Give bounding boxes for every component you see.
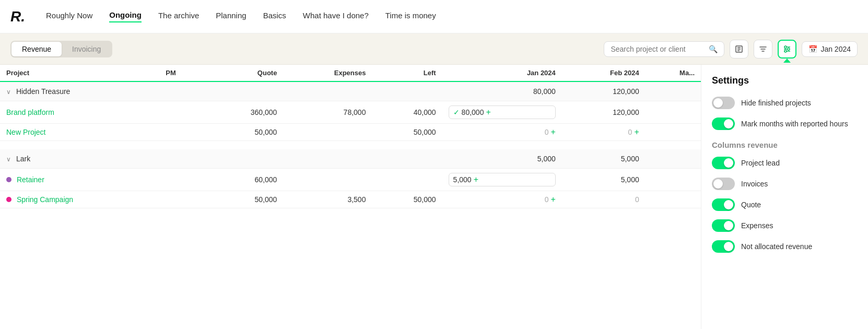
setting-mark-label: Mark months with reported hours xyxy=(741,120,848,128)
chevron-icon: ∨ xyxy=(6,156,11,163)
setting-project-lead: Project lead xyxy=(712,157,858,169)
logo: R. xyxy=(10,8,25,25)
project-brand-platform[interactable]: Brand platform xyxy=(0,101,159,124)
toolbar: Revenue Invoicing 🔍 📅 Jan 2024 xyxy=(0,33,868,65)
nav-archive[interactable]: The archive xyxy=(158,11,199,22)
left-cell: 40,000 xyxy=(372,101,442,124)
quote-cell: 60,000 xyxy=(205,169,284,191)
settings-button[interactable] xyxy=(778,40,796,58)
tab-revenue[interactable]: Revenue xyxy=(11,42,62,56)
col-feb2024: Feb 2024 xyxy=(562,65,646,81)
add-icon[interactable]: + xyxy=(634,128,639,136)
group-jan: 5,000 xyxy=(442,149,562,169)
pm-cell xyxy=(159,124,205,141)
nav-time-money[interactable]: Time is money xyxy=(385,11,436,22)
feb-cell: 5,000 xyxy=(562,169,646,191)
expenses-cell xyxy=(283,169,372,191)
group-lark: ∨ Lark 5,000 5,000 xyxy=(0,149,701,169)
top-nav: R. Roughly Now Ongoing The archive Plann… xyxy=(0,0,868,33)
col-left: Left xyxy=(372,65,442,81)
setting-hide-label: Hide finished projects xyxy=(741,99,811,107)
left-cell: 50,000 xyxy=(372,191,442,208)
col-project: Project xyxy=(0,65,159,81)
svg-point-7 xyxy=(784,46,787,48)
col-pm: PM xyxy=(159,65,205,81)
expenses-cell: 3,500 xyxy=(283,191,372,208)
group-feb: 120,000 xyxy=(562,81,646,101)
tab-group: Revenue Invoicing xyxy=(10,41,112,57)
toggle-project-lead[interactable] xyxy=(712,157,735,169)
col-expenses: Expenses xyxy=(283,65,372,81)
toggle-not-allocated[interactable] xyxy=(712,240,735,253)
columns-section-title: Columns revenue xyxy=(712,140,858,149)
export-button[interactable] xyxy=(730,40,748,58)
date-label: Jan 2024 xyxy=(820,45,851,53)
add-icon[interactable]: + xyxy=(486,108,490,116)
col-quote: Quote xyxy=(205,65,284,81)
setting-not-allocated: Not allocated revenue xyxy=(712,240,858,253)
tab-invoicing[interactable]: Invoicing xyxy=(62,42,111,56)
toggle-hide-finished[interactable] xyxy=(712,97,735,109)
jan-value-box[interactable]: 5,000 + xyxy=(449,173,556,186)
dot-purple xyxy=(6,177,11,182)
nav-what-done[interactable]: What have I done? xyxy=(303,11,369,22)
toggle-expenses[interactable] xyxy=(712,219,735,232)
col-mar2024: Ma... xyxy=(646,65,701,81)
group-hidden-treasure: ∨ Hidden Treasure 80,000 120,000 xyxy=(0,81,701,101)
pm-cell xyxy=(159,169,205,191)
spacer-row xyxy=(0,141,701,150)
toggle-mark-months[interactable] xyxy=(712,118,735,130)
table-row: Brand platform 360,000 78,000 40,000 ✓ 8… xyxy=(0,101,701,124)
jan-cell: 5,000 + xyxy=(442,169,562,191)
jan-value: 80,000 xyxy=(462,108,484,116)
setting-expenses: Expenses xyxy=(712,219,858,232)
filter-button[interactable] xyxy=(754,40,772,58)
project-new[interactable]: New Project xyxy=(0,124,159,141)
table-row: New Project 50,000 50,000 0 + 0 xyxy=(0,124,701,141)
quote-cell: 360,000 xyxy=(205,101,284,124)
add-icon[interactable]: + xyxy=(474,175,478,184)
nav-basics[interactable]: Basics xyxy=(263,11,286,22)
toggle-quote[interactable] xyxy=(712,198,735,211)
date-display[interactable]: 📅 Jan 2024 xyxy=(802,41,858,57)
pm-cell xyxy=(159,191,205,208)
table-row: Spring Campaign 50,000 3,500 50,000 0 + xyxy=(0,191,701,208)
expenses-cell: 78,000 xyxy=(283,101,372,124)
setting-quote: Quote xyxy=(712,198,858,211)
nav-ongoing[interactable]: Ongoing xyxy=(109,10,142,22)
setting-mark-months: Mark months with reported hours xyxy=(712,118,858,130)
table-row: Retainer 60,000 5,000 + 5,000 xyxy=(0,169,701,191)
search-icon: 🔍 xyxy=(709,45,718,53)
jan-cell: 0 + xyxy=(442,124,562,141)
setting-invoices: Invoices xyxy=(712,178,858,190)
settings-title: Settings xyxy=(712,75,858,86)
col-not-allocated-label: Not allocated revenue xyxy=(741,242,812,251)
expenses-cell xyxy=(283,124,372,141)
nav-planning[interactable]: Planning xyxy=(216,11,246,22)
main-table: Project PM Quote Expenses Left Jan 2024 … xyxy=(0,65,701,329)
project-retainer[interactable]: Retainer xyxy=(0,169,159,191)
chevron-icon: ∨ xyxy=(6,88,11,96)
jan-cell: ✓ 80,000 + xyxy=(442,101,562,124)
add-icon[interactable]: + xyxy=(550,128,555,136)
nav-roughly-now[interactable]: Roughly Now xyxy=(46,11,92,22)
jan-cell: 0 + xyxy=(442,191,562,208)
add-icon[interactable]: + xyxy=(550,195,555,204)
left-cell xyxy=(372,169,442,191)
col-quote-label: Quote xyxy=(741,201,761,209)
jan-value: 5,000 xyxy=(453,175,472,184)
jan-value-box[interactable]: ✓ 80,000 + xyxy=(449,105,556,119)
search-input[interactable] xyxy=(611,45,705,53)
setting-hide-finished: Hide finished projects xyxy=(712,97,858,109)
quote-cell: 50,000 xyxy=(205,124,284,141)
calendar-icon: 📅 xyxy=(808,45,817,53)
pm-cell xyxy=(159,101,205,124)
svg-point-8 xyxy=(788,48,790,50)
main-content: Project PM Quote Expenses Left Jan 2024 … xyxy=(0,65,868,329)
search-box: 🔍 xyxy=(604,41,724,57)
toggle-invoices[interactable] xyxy=(712,178,735,190)
settings-panel: Settings Hide finished projects Mark mon… xyxy=(701,65,868,329)
project-spring[interactable]: Spring Campaign xyxy=(0,191,159,208)
svg-point-9 xyxy=(784,50,787,52)
left-cell: 50,000 xyxy=(372,124,442,141)
